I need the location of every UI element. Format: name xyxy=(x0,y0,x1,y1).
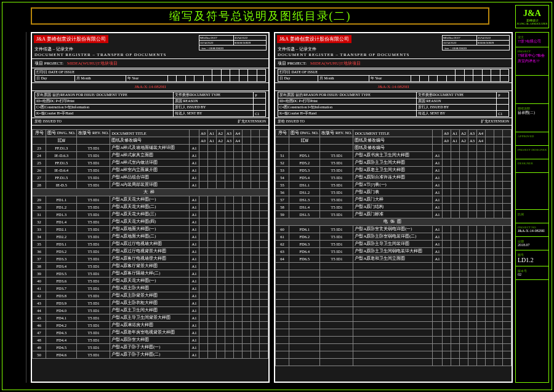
issued-to: 发给 ISSUED TO扩充EXTENSION xyxy=(275,118,512,126)
table-row xyxy=(276,270,512,278)
logo-block: J&A 姜峰设计 JIANG & ASSOCIATES xyxy=(515,5,549,28)
reason-block: 发出原因 目的 REASON FOR ISSUE/ DOCUMENT TYPE文… xyxy=(275,91,512,118)
jobno: J&A-X-14-0829II xyxy=(32,83,268,91)
table-row: 48FD4.4T5 ID1户型A原卧室大样图A1 xyxy=(33,337,268,344)
table-row: 图纸及修改编号 xyxy=(276,145,512,152)
table-row: 56DS1.2T5 ID1户型A原门表A1 xyxy=(276,189,512,196)
project-row: 项目 PROJECT:MIDEA(WUHU)T地块项目 xyxy=(32,59,268,68)
tb-rev: 版本号02 xyxy=(516,266,548,280)
table-row xyxy=(276,307,512,314)
company-header: J&A 姜峰创意设计股份有限公司 xyxy=(34,35,108,43)
table-row: 50FD4.6T5 ID1户型A原子卧子大样图(二)A1 xyxy=(33,351,268,359)
table-row xyxy=(276,278,512,285)
table-row: 25FF.D1.5T5 ID1户型A样式室内做法详图A1 xyxy=(33,159,268,167)
titleblock: 业主??发?有限公司 PROJECT??财富中心7栋会所室内详名?? 图纸说明目… xyxy=(515,32,549,383)
table-row: 36FD3.2T5 ID1户型A原过厅电视背景大样图A1 xyxy=(33,248,268,255)
table-row: 46FD4.2T5 ID1户型A原淋浴房大样图A1 xyxy=(33,322,268,329)
tb-dwgno: 图号LD1.2 xyxy=(516,250,548,266)
table-row: 55DS1.1T5 ID1户型A节[?]表(一)A1 xyxy=(276,182,512,189)
tb-sheet: 图纸说明目录图(二) xyxy=(516,104,548,132)
tb-designer: DESIGNER xyxy=(516,159,548,173)
table-row: 37FD3.3T5 ID1户型A原客厅电视墙壁大样图A1 xyxy=(33,255,268,263)
table-row xyxy=(276,344,512,351)
table-row: 31FD1.3T5 ID1户型A原天花大样图(三)A1 xyxy=(33,211,268,218)
left-ruler xyxy=(5,32,26,383)
right-panel: J&A 姜峰创意设计股份有限公司M0:Dec/20173574/25223574… xyxy=(274,32,513,383)
table-row: 43FD3.9T5 ID1户型A原主卧衣柜大样图A1 xyxy=(33,300,268,307)
table-row: 57DS1.3T5 ID1户型A原门大样A1 xyxy=(276,196,512,204)
date-grid: 打印日 DATE OF ISSUE日 Day月 Month年 Year xyxy=(32,68,268,83)
table-row xyxy=(276,351,512,359)
table-row: 28IE-D.5T5 ID1户型A内装局部装置详图A1 xyxy=(33,182,268,189)
id-row: ID#图纸及修改编号A0A1A2A3A4 xyxy=(33,137,268,145)
project-row: 项目 PROJECT:MIDEA(WUHU)T地块项目 xyxy=(275,59,512,68)
table-row xyxy=(276,337,512,344)
id-row: ID#图纸及修改编号A0A1A2A3A4 xyxy=(276,137,512,145)
table-row xyxy=(276,285,512,292)
table-row xyxy=(276,292,512,300)
logo-text: J&A xyxy=(523,9,541,18)
page-title: 缩写及符号总说明及图纸目录(二) xyxy=(169,9,351,23)
section-header: 电饰图 xyxy=(276,218,512,226)
table-row: 33FD2.1T5 ID1户型A原地面大样图(一)A1 xyxy=(33,226,268,233)
table-row: 64FD6.5T5 ID1户型A原老和卫生间立面图A1 xyxy=(276,255,512,263)
table-row: 27FF.D1.5T5 ID1户型A样品组合详图A1 xyxy=(33,174,268,182)
table-row: 39FD3.5T5 ID1户型A原客厅隔墙大样(二)A1 xyxy=(33,270,268,278)
table-row xyxy=(276,300,512,307)
tb-approved: APPROVED xyxy=(516,132,548,146)
table-row xyxy=(276,329,512,337)
table-row: 38FD3.4T5 ID1户型A原客厅背景大样图A1 xyxy=(33,263,268,270)
table-row: 35FD3.1T5 ID1户型A原过厅电视墙大样图A1 xyxy=(33,241,268,248)
tb-project: PROJECT??财富中心7栋会所室内详名?? xyxy=(516,47,548,76)
meta-grid: M0:Dec/20173574/25223574/252200500/50929… xyxy=(199,35,267,50)
table-row: 49FD4.5T5 ID1户型A原子卧子大样图(一)A1 xyxy=(33,344,268,351)
table-row: 23FF.D1.3T5 ID1户型A样式及墙地面铺装大样详图A1 xyxy=(33,145,268,152)
tb-scale: 比例 xyxy=(516,210,548,223)
company-header: J&A 姜峰创意设计股份有限公司 xyxy=(277,35,351,43)
table-row: 42FD3.8T5 ID1户型A原主卧背景大样图A1 xyxy=(33,292,268,300)
table-row xyxy=(276,314,512,322)
meta-grid: M0:Dec/20173574/25223574/252200500/50929… xyxy=(442,35,510,50)
tb-client: 业主??发?有限公司 xyxy=(516,33,548,47)
date-grid: 打印日 DATE OF ISSUE日 Day月 Month年 Year xyxy=(275,68,512,83)
table-row xyxy=(276,322,512,329)
table-row: 63FD6.4T5 ID1户型A原卧主卫生间弱电装详大样图A1 xyxy=(276,248,512,255)
table-row: 60FD6.1T5 ID1户型A原卧室玄关弱电详图(一)A1 xyxy=(276,226,512,233)
table-row: 53FD5.3T5 ID1户型A原老主卫生间大样图A1 xyxy=(276,167,512,174)
table-row: 54FD5.4T5 ID1户型A原阳台准许连大样图A1 xyxy=(276,174,512,182)
table-row: 51FD5.1T5 ID1户型A原书房主卫生间大样图A1 xyxy=(276,152,512,159)
table-row: 58DS1.4T5 ID1户型A原门结构A1 xyxy=(276,204,512,211)
section-header: 大样 xyxy=(33,189,268,196)
table-row: 44FD4.0T5 ID1户型A原主卫生间大样图A1 xyxy=(33,307,268,314)
table-row: 34FD2.2T5 ID1户型A原地面大样图(二)A1 xyxy=(33,233,268,241)
document-table: 序号图号 DWG. NO.改版号 REV. NO.DOCUMENT TITLEA… xyxy=(32,129,268,359)
tb-jobno: PROJECT NOJ&A-X-14-0829II xyxy=(516,223,548,237)
table-row: 61FD6.2T5 ID1户型A原卧主卧室弱电装详图(二)A1 xyxy=(276,233,512,241)
table-row: 30FD1.2T5 ID1户型A原天花大样图(二)A1 xyxy=(33,204,268,211)
document-table: 序号图号 DWG. NO.改版号 REV. NO.DOCUMENT TITLEA… xyxy=(275,129,512,366)
issued-to: 发给 ISSUED TO扩充EXTENSION xyxy=(32,118,268,126)
tb-stamp xyxy=(516,173,548,210)
table-row xyxy=(276,359,512,366)
table-row: 32FD1.4T5 ID1户型A原天花大样图(四)A1 xyxy=(33,218,268,226)
jobno: J&A-X-14-0829II xyxy=(275,83,512,91)
table-row: 52FD5.2T5 ID1户型A原卧主卫生间大样图A1 xyxy=(276,159,512,167)
table-row: 45FD4.1T5 ID1户型A原主导卫生间背景大样图A1 xyxy=(33,314,268,322)
tb-rev-grid xyxy=(516,76,548,104)
table-row: 29FD1.1T5 ID1户型A原天花大样图(一)A1 xyxy=(33,196,268,204)
table-row xyxy=(276,263,512,270)
table-row: 59DS1.5T5 ID1户型A原门标准A1 xyxy=(276,211,512,218)
title-banner: 缩写及符号总说明及图纸目录(二) xyxy=(31,7,489,25)
logo-sub2: JIANG & ASSOCIATES xyxy=(516,22,547,25)
tb-date: 日期2018.07 xyxy=(516,237,548,250)
table-row: 24IE-D.6.3T5 ID1户型A样式家具立面图A1 xyxy=(33,152,268,159)
table-row: 62FD6.3T5 ID1户型A原卧主导卫生间装详图A1 xyxy=(276,241,512,248)
table-row: 26IE-D.6.4T5 ID1户型A样室内立面展开图A1 xyxy=(33,167,268,174)
table-row: 47FD4.3T5 ID1户型A原老年房室电视背景大样图A1 xyxy=(33,329,268,337)
table-row: 41FD3.7T5 ID1户型A原主卧大样图A1 xyxy=(33,285,268,292)
table-row: 40FD3.6T5 ID1户型A原天花大样图(一)A1 xyxy=(33,278,268,285)
tb-lead: PROJECT DESIGNER xyxy=(516,146,548,159)
left-panel: J&A 姜峰创意设计股份有限公司M0:Dec/20173574/25223574… xyxy=(31,32,270,383)
reason-block: 发出原因 目的 REASON FOR ISSUE/ DOCUMENT TYPE文… xyxy=(32,91,268,118)
